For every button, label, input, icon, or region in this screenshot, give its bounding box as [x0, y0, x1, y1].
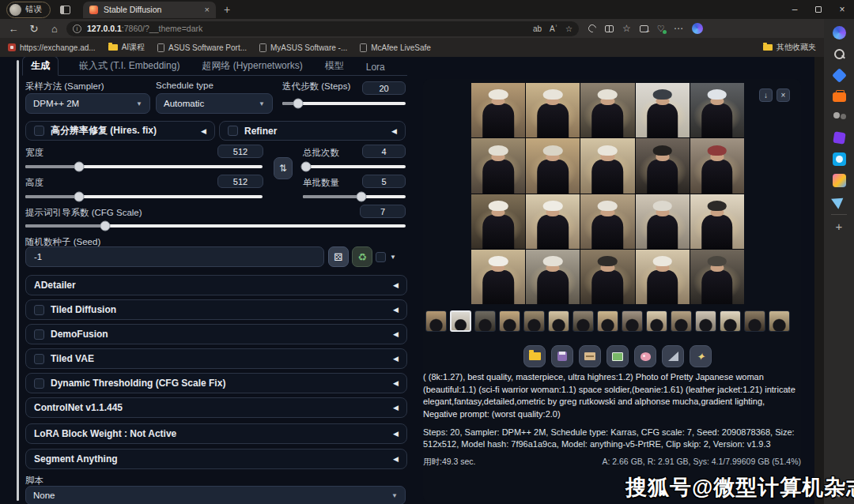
gallery-image[interactable]: [636, 138, 690, 193]
collapse-arrow-icon[interactable]: ◀: [391, 127, 397, 135]
dynamic-thresholding-checkbox[interactable]: [34, 378, 44, 389]
steps-slider[interactable]: [282, 102, 406, 105]
script-dropdown[interactable]: None▼: [25, 486, 406, 504]
batch-count-slider[interactable]: [303, 165, 406, 168]
gallery-thumbnail[interactable]: [671, 310, 692, 332]
gallery-thumbnail[interactable]: [720, 310, 741, 332]
accordion-controlnet[interactable]: ControlNet v1.1.445◀: [25, 397, 407, 418]
collapse-arrow-icon[interactable]: ◀: [393, 281, 399, 289]
gallery-thumbnail[interactable]: [622, 310, 643, 332]
height-slider[interactable]: [25, 195, 263, 198]
gallery-image[interactable]: [471, 138, 525, 193]
cfg-input[interactable]: 7: [360, 205, 406, 218]
favorites-icon[interactable]: ☆: [622, 23, 631, 34]
gallery-thumbnail[interactable]: [499, 310, 520, 332]
gallery-thumbnail[interactable]: [425, 310, 447, 332]
workspaces-icon[interactable]: [60, 6, 70, 14]
collapse-arrow-icon[interactable]: ◀: [393, 330, 399, 338]
send-to-img2img-button[interactable]: [606, 345, 629, 367]
hires-fix-panel[interactable]: 高分辨率修复 (Hires. fix) ◀: [25, 121, 215, 141]
search-icon[interactable]: [833, 47, 846, 61]
tab-close-icon[interactable]: ×: [205, 5, 210, 14]
tab-lora[interactable]: Lora: [365, 59, 387, 75]
back-button[interactable]: ←: [5, 23, 22, 35]
gallery-image[interactable]: [580, 250, 634, 304]
refiner-checkbox[interactable]: [228, 126, 238, 136]
gallery-image[interactable]: [690, 194, 744, 249]
copilot-sidebar-icon[interactable]: [833, 26, 846, 39]
shopping-icon[interactable]: [832, 68, 847, 83]
accordion-lora-block-weight[interactable]: LoRA Block Weight : Not Active◀: [25, 423, 407, 444]
gallery-image[interactable]: [636, 250, 690, 304]
hires-checkbox[interactable]: [34, 126, 44, 136]
accordion-dynamic-thresholding[interactable]: Dynamic Thresholding (CFG Scale Fix)◀: [25, 373, 407, 393]
new-tab-button[interactable]: +: [224, 3, 230, 16]
collapse-arrow-icon[interactable]: ◀: [393, 430, 399, 438]
designer-icon[interactable]: [833, 174, 846, 187]
gallery-image[interactable]: [526, 194, 580, 249]
gallery-thumbnail[interactable]: [523, 310, 545, 332]
width-input[interactable]: 512: [217, 145, 263, 158]
gallery-image[interactable]: [690, 250, 744, 304]
collapse-arrow-icon[interactable]: ◀: [201, 127, 206, 135]
games-icon[interactable]: [833, 110, 846, 123]
settings-more-icon[interactable]: ⋯: [674, 23, 683, 34]
browser-tab[interactable]: Stable Diffusion ×: [83, 2, 216, 18]
collapse-arrow-icon[interactable]: ◀: [393, 379, 399, 387]
gallery-image[interactable]: [636, 194, 690, 249]
tab-hypernetworks[interactable]: 超网络 (Hypernetworks): [200, 57, 304, 75]
gallery-thumbnail[interactable]: [744, 310, 765, 332]
accordion-adetailer[interactable]: ADetailer◀: [25, 275, 407, 295]
gallery-image[interactable]: [580, 83, 634, 137]
copilot-icon[interactable]: [692, 23, 703, 34]
image-creator-icon[interactable]: [833, 152, 846, 166]
bookmark-exchange[interactable]: https://exchange.ad...: [8, 43, 96, 52]
collapse-arrow-icon[interactable]: ◀: [393, 355, 399, 363]
minimize-button[interactable]: –: [783, 0, 807, 19]
close-button[interactable]: ×: [830, 0, 854, 19]
swap-dimensions-button[interactable]: ⇅: [274, 157, 293, 179]
batch-count-input[interactable]: 4: [362, 145, 406, 158]
extensions-icon[interactable]: [587, 23, 598, 34]
gallery-image[interactable]: [526, 83, 580, 137]
sampler-dropdown[interactable]: DPM++ 2M▼: [25, 93, 150, 114]
batch-size-input[interactable]: 5: [362, 175, 406, 188]
gallery-image[interactable]: [526, 138, 580, 193]
gallery-thumbnail[interactable]: [597, 310, 618, 332]
reuse-seed-recycle-button[interactable]: ♻: [352, 246, 372, 267]
gallery-image[interactable]: [471, 250, 525, 304]
upscale-button[interactable]: ✦: [690, 345, 712, 367]
bookmark-mcafee[interactable]: McAfee LiveSafe: [360, 43, 431, 52]
gallery-image[interactable]: [471, 83, 525, 137]
tiled-diffusion-checkbox[interactable]: [34, 305, 44, 315]
other-favorites[interactable]: 其他收藏夹: [763, 42, 816, 53]
gallery-thumbnail[interactable]: [474, 310, 496, 332]
batch-size-slider[interactable]: [303, 195, 406, 198]
collapse-arrow-icon[interactable]: ◀: [393, 455, 399, 463]
refiner-panel[interactable]: Refiner ◀: [219, 121, 406, 141]
tab-models[interactable]: 模型: [323, 57, 346, 75]
add-sidebar-item-button[interactable]: +: [836, 220, 843, 233]
split-screen-icon[interactable]: [605, 25, 614, 32]
schedule-dropdown[interactable]: Automatic▼: [156, 93, 273, 114]
bookmark-myasus[interactable]: MyASUS Software -...: [259, 43, 347, 52]
gallery-thumbnail[interactable]: [769, 310, 790, 332]
gallery-image[interactable]: [526, 250, 580, 304]
collections-icon[interactable]: [640, 25, 648, 32]
accordion-segment-anything[interactable]: Segment Anything◀: [25, 449, 407, 469]
send-to-inpaint-button[interactable]: [634, 345, 656, 367]
home-button[interactable]: ⌂: [46, 23, 63, 35]
seed-input[interactable]: -1: [25, 246, 324, 267]
tiled-vae-checkbox[interactable]: [34, 354, 44, 364]
gallery-thumbnail[interactable]: [572, 310, 594, 332]
accordion-tiled-vae[interactable]: Tiled VAE◀: [25, 348, 407, 369]
close-gallery-button[interactable]: ×: [777, 88, 790, 102]
site-info-icon[interactable]: i: [73, 24, 81, 33]
bookmark-folder-ai[interactable]: AI课程: [108, 42, 145, 53]
random-seed-dice-button[interactable]: ⚄: [328, 246, 349, 267]
send-to-extras-button[interactable]: [662, 345, 684, 367]
bookmark-asus[interactable]: ASUS Software Port...: [157, 43, 247, 52]
height-input[interactable]: 512: [217, 175, 263, 188]
drop-icon[interactable]: [831, 193, 847, 209]
translate-icon[interactable]: ab: [533, 24, 542, 33]
